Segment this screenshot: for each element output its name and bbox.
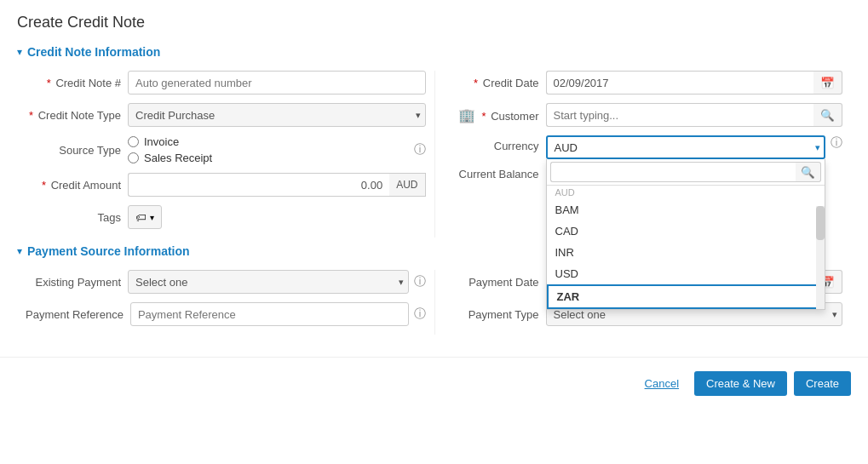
credit-date-row: * Credit Date 📅 bbox=[444, 71, 843, 95]
currency-dropdown: 🔍 AUD BAM CAD INR USD ZAR bbox=[546, 159, 826, 310]
credit-date-input[interactable] bbox=[546, 71, 814, 95]
currency-item-truncated: AUD bbox=[547, 186, 825, 199]
currency-item-inr[interactable]: INR bbox=[547, 242, 825, 263]
currency-info-icon[interactable]: ⓘ bbox=[831, 135, 842, 151]
credit-amount-row: * Credit Amount AUD bbox=[26, 173, 426, 197]
existing-payment-label: Existing Payment bbox=[26, 276, 128, 289]
payment-reference-label: Payment Reference bbox=[26, 308, 130, 321]
source-type-radio-group: Invoice Sales Receipt bbox=[128, 135, 409, 164]
tags-control: 🏷 ▾ bbox=[128, 205, 426, 229]
customer-search-icon: 🔍 bbox=[820, 109, 835, 122]
currency-scrollbar-thumb[interactable] bbox=[816, 206, 825, 240]
source-type-row: Source Type Invoice Sales Receipt bbox=[26, 135, 426, 164]
credit-amount-control: AUD bbox=[128, 173, 426, 197]
existing-payment-select-wrapper[interactable]: Select one ▾ bbox=[128, 270, 409, 294]
credit-note-info-chevron[interactable]: ▾ bbox=[17, 46, 22, 58]
credit-amount-input-group: AUD bbox=[128, 173, 426, 197]
credit-date-required: * bbox=[474, 77, 478, 89]
source-type-info-icon[interactable]: ⓘ bbox=[414, 142, 426, 158]
source-type-invoice-radio[interactable] bbox=[128, 136, 139, 147]
customer-label: 🏢 * Customer bbox=[444, 107, 546, 123]
payment-source-title: Payment Source Information bbox=[27, 244, 190, 258]
create-button[interactable]: Create bbox=[794, 371, 851, 396]
credit-note-info-section-header: ▾ Credit Note Information bbox=[17, 45, 851, 59]
payment-type-label: Payment Type bbox=[444, 308, 546, 321]
credit-amount-input[interactable] bbox=[128, 173, 389, 197]
currency-select-wrapper: AUD ▾ 🔍 AUD BAM bbox=[546, 135, 826, 159]
tags-label: Tags bbox=[26, 211, 128, 224]
credit-amount-label: * Credit Amount bbox=[26, 179, 128, 192]
currency-control: AUD ▾ 🔍 AUD BAM bbox=[546, 135, 826, 159]
credit-note-num-control bbox=[128, 71, 426, 95]
currency-display[interactable]: AUD bbox=[546, 135, 826, 159]
credit-date-control: 📅 bbox=[546, 71, 843, 95]
existing-payment-info-icon[interactable]: ⓘ bbox=[414, 274, 426, 289]
tags-chevron-icon: ▾ bbox=[150, 213, 154, 222]
source-type-invoice-item: Invoice bbox=[128, 135, 409, 148]
credit-note-info-title: Credit Note Information bbox=[27, 45, 160, 59]
cancel-button[interactable]: Cancel bbox=[636, 371, 687, 396]
existing-payment-row: Existing Payment Select one ▾ ⓘ bbox=[26, 270, 426, 294]
credit-note-info-right: * Credit Date 📅 🏢 * Custo bbox=[434, 71, 852, 238]
payment-source-left: Existing Payment Select one ▾ ⓘ Payment … bbox=[17, 270, 434, 335]
customer-required: * bbox=[481, 110, 486, 123]
source-type-label: Source Type bbox=[26, 144, 128, 157]
source-type-control: Invoice Sales Receipt bbox=[128, 135, 409, 164]
credit-amount-required: * bbox=[42, 179, 46, 192]
payment-source-chevron[interactable]: ▾ bbox=[17, 245, 22, 257]
credit-note-type-row: * Credit Note Type Credit Purchase ▾ bbox=[26, 103, 426, 127]
customer-control: 🔍 bbox=[546, 103, 843, 127]
credit-note-info-grid: * Credit Note # * Credit Note Type Credi… bbox=[17, 71, 851, 238]
credit-note-type-label: * Credit Note Type bbox=[26, 109, 128, 122]
credit-note-num-label: * Credit Note # bbox=[26, 77, 128, 89]
calendar-icon: 📅 bbox=[820, 77, 835, 89]
payment-reference-row: Payment Reference ⓘ bbox=[26, 302, 426, 326]
page-title: Create Credit Note bbox=[17, 14, 851, 32]
credit-note-type-control: Credit Purchase ▾ bbox=[128, 103, 426, 127]
source-type-sales-item: Sales Receipt bbox=[128, 152, 409, 164]
existing-payment-control: Select one ▾ bbox=[128, 270, 409, 294]
currency-scrollbar-track bbox=[816, 206, 825, 309]
customer-input[interactable] bbox=[546, 103, 814, 127]
payment-reference-info-icon[interactable]: ⓘ bbox=[414, 306, 426, 322]
payment-reference-input[interactable] bbox=[130, 302, 409, 326]
create-and-new-button[interactable]: Create & New bbox=[694, 371, 787, 396]
currency-search-icon: 🔍 bbox=[801, 166, 815, 179]
credit-note-num-row: * Credit Note # bbox=[26, 71, 426, 95]
tags-row: Tags 🏷 ▾ bbox=[26, 205, 426, 229]
tags-button[interactable]: 🏷 ▾ bbox=[128, 205, 162, 229]
credit-note-num-required: * bbox=[47, 77, 51, 89]
credit-note-type-required: * bbox=[29, 109, 33, 122]
currency-item-zar[interactable]: ZAR bbox=[547, 284, 825, 309]
company-icon: 🏢 bbox=[458, 108, 475, 123]
currency-item-bam[interactable]: BAM bbox=[547, 199, 825, 221]
credit-note-type-select-wrapper[interactable]: Credit Purchase ▾ bbox=[128, 103, 426, 127]
credit-date-label: * Credit Date bbox=[444, 77, 546, 89]
credit-date-input-group: 📅 bbox=[546, 71, 843, 95]
source-type-sales-label: Sales Receipt bbox=[144, 152, 212, 164]
credit-amount-currency-suffix: AUD bbox=[389, 173, 425, 197]
currency-search-button[interactable]: 🔍 bbox=[796, 162, 821, 182]
currency-item-cad[interactable]: CAD bbox=[547, 221, 825, 242]
currency-search-input[interactable] bbox=[550, 162, 796, 182]
customer-row: 🏢 * Customer 🔍 bbox=[444, 103, 843, 127]
credit-note-type-display[interactable]: Credit Purchase bbox=[128, 103, 426, 127]
current-balance-label: Current Balance bbox=[444, 168, 546, 180]
existing-payment-display[interactable]: Select one bbox=[128, 270, 409, 294]
source-type-invoice-label: Invoice bbox=[144, 135, 179, 148]
credit-date-calendar-button[interactable]: 📅 bbox=[813, 71, 842, 95]
footer: Cancel Create & New Create bbox=[0, 357, 868, 404]
source-type-sales-radio[interactable] bbox=[128, 152, 139, 163]
payment-reference-control bbox=[130, 302, 409, 326]
currency-item-usd[interactable]: USD bbox=[547, 263, 825, 284]
currency-search-row: 🔍 bbox=[547, 159, 825, 186]
payment-date-label: Payment Date bbox=[444, 276, 546, 289]
currency-row: Currency AUD ▾ 🔍 bbox=[444, 135, 843, 159]
customer-input-group: 🔍 bbox=[546, 103, 843, 127]
currency-label: Currency bbox=[444, 135, 546, 152]
credit-note-info-left: * Credit Note # * Credit Note Type Credi… bbox=[17, 71, 434, 238]
tag-icon: 🏷 bbox=[135, 211, 147, 224]
customer-search-button[interactable]: 🔍 bbox=[813, 103, 842, 127]
credit-note-num-input[interactable] bbox=[128, 71, 426, 95]
